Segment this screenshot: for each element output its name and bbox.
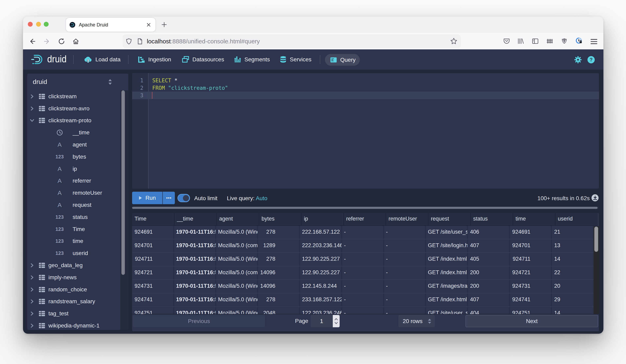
cell-status[interactable]: 405 [468,253,510,266]
settings-gear-icon[interactable] [574,56,582,64]
cell-remoteUser[interactable]: - [384,293,426,307]
table-row[interactable]: 9247011970-01-11T16:51:41.000ZMozilla/5.… [132,239,594,253]
cell-time[interactable]: 924741 [510,293,552,307]
tree-item-userid[interactable]: 123userid [27,247,128,259]
cell-remoteUser[interactable]: - [384,239,426,252]
column-header-__time[interactable]: __time [174,213,217,225]
tree-item-agent[interactable]: Aagent [27,139,128,151]
tree-item-imply-news[interactable]: imply-news [27,271,128,283]
column-header-bytes[interactable]: bytes [259,213,302,225]
tree-item-request[interactable]: Arequest [27,199,128,211]
column-header-status[interactable]: status [471,213,513,225]
column-header-remoteUser[interactable]: remoteUser [386,213,428,225]
cell-agent[interactable]: Mozilla/5.0 (compatible; MSIE 9.0; Windo… [216,239,258,252]
column-header-request[interactable]: request [428,213,471,225]
table-row[interactable]: 9247311970-01-11T16:52:11.000ZMozilla/5.… [132,280,594,293]
chevron-right-icon[interactable] [29,263,35,268]
cell-request[interactable]: GET /site/user_status.html HTTP/1.1 [426,307,468,314]
cell-__time[interactable]: 1970-01-11T16:51:31.000Z [174,226,216,239]
zoom-window-button[interactable] [44,22,49,27]
table-row[interactable]: 9247411970-01-11T16:52:21.000ZMozilla/5.… [132,293,594,307]
cell-Time[interactable]: 924751 [132,307,174,314]
column-header-Time[interactable]: Time [132,213,174,225]
cell-agent[interactable]: Mozilla/5.0 (Windows NT 6.1; WOW64; rv:3… [216,253,258,266]
cell-status[interactable]: 404 [468,307,510,314]
cell-referrer[interactable]: - [342,253,384,266]
tree-item-clickstream[interactable]: clickstream [27,90,128,103]
cell-remoteUser[interactable]: - [384,307,426,314]
tree-item-referrer[interactable]: Areferrer [27,175,128,187]
table-row[interactable]: 9247111970-01-11T16:51:51.000ZMozilla/5.… [132,253,594,266]
pocket-icon[interactable] [503,38,510,45]
tab-close-icon[interactable] [145,22,152,28]
browser-tab[interactable]: Apache Druid [66,18,156,32]
close-window-button[interactable] [28,22,33,27]
run-more-button[interactable] [163,192,175,204]
minimize-window-button[interactable] [36,22,41,27]
cell-request[interactable]: GET /index.html HTTP/1.1 [426,266,468,280]
tree-item-status[interactable]: 123status [27,211,128,223]
menu-hamburger-icon[interactable] [590,38,598,45]
cell-remoteUser[interactable]: - [384,253,426,266]
cell-bytes[interactable]: 2048 [258,307,300,314]
nav-segments[interactable]: Segments [234,49,270,70]
ublock-shield-icon[interactable] [561,38,568,45]
auto-limit-toggle[interactable] [177,194,190,202]
nav-load-data[interactable]: Load data [84,49,120,70]
tree-item-wikipedia-dynamic-1[interactable]: wikipedia-dynamic-1 [27,320,128,330]
chevron-right-icon[interactable] [29,287,35,292]
reload-icon[interactable] [58,38,65,45]
column-header-ip[interactable]: ip [302,213,344,225]
cell-request[interactable]: GET /index.html HTTP/1.1 [426,253,468,266]
chevron-right-icon[interactable] [29,311,35,316]
cell-Time[interactable]: 924711 [132,253,174,266]
chevron-right-icon[interactable] [29,106,35,111]
cell-bytes[interactable]: 278 [258,293,300,307]
cell-ip[interactable]: 122.90.225.227 [300,266,342,280]
chevron-right-icon[interactable] [29,299,35,304]
next-page-button[interactable]: Next [466,315,598,327]
column-header-agent[interactable]: agent [217,213,259,225]
page-stepper[interactable] [333,315,340,327]
sort-icon[interactable] [108,79,112,85]
run-button[interactable]: Run [132,192,162,204]
cell-__time[interactable]: 1970-01-11T16:51:41.000Z [174,239,216,252]
cell-Time[interactable]: 924741 [132,293,174,307]
cell-bytes[interactable]: 14096 [258,280,300,293]
cell-agent[interactable]: Mozilla/5.0 (Windows NT 6.1; WOW64; rv:3… [216,293,258,307]
chevron-down-icon[interactable] [29,118,35,123]
cell-ip[interactable]: 222.168.57.122 [300,226,342,239]
cell-agent[interactable]: Mozilla/5.0 (Windows NT 6.1; WOW64; rv:3… [216,280,258,293]
nav-datasources[interactable]: Datasources [182,49,224,70]
cell-userid[interactable]: 14 [552,253,594,266]
cell-status[interactable]: 407 [468,239,510,252]
cell-bytes[interactable]: 1289 [258,239,300,252]
cell-agent[interactable]: Mozilla/5.0 (compatible; MSIE 9.0; Windo… [216,266,258,280]
cell-time[interactable]: 924711 [510,253,552,266]
forward-icon[interactable] [43,38,51,45]
cell-ip[interactable]: 233.168.257.122 [300,293,342,307]
results-horizontal-scrollbar[interactable] [132,206,599,209]
cell-ip[interactable]: 122.203.236.246 [300,307,342,314]
url-text[interactable]: localhost:8888/unified-console.html#quer… [147,38,260,45]
shield-icon[interactable] [125,38,132,45]
cell-request[interactable]: GET /images/track.gif HTTP/1.1 [426,280,468,293]
back-icon[interactable] [29,38,36,45]
cell-remoteUser[interactable]: - [384,226,426,239]
cell-status[interactable]: 200 [468,266,510,280]
cell-agent[interactable]: Mozilla/5.0 (Windows NT 6.1; WOW64; rv:3… [216,307,258,314]
cell-userid[interactable]: 14 [552,307,594,314]
cell-referrer[interactable]: - [342,226,384,239]
cell-ip[interactable]: 122.145.8.244 [300,280,342,293]
cell-bytes[interactable]: 278 [258,226,300,239]
page-icon[interactable] [137,38,143,44]
column-header-referrer[interactable]: referrer [344,213,386,225]
download-results-icon[interactable] [591,194,599,201]
cell-Time[interactable]: 924701 [132,239,174,252]
page-number-input[interactable]: 1 [311,315,333,327]
table-row[interactable]: 9247511970-01-11T16:52:31.000ZMozilla/5.… [132,307,594,314]
cell-time[interactable]: 924721 [510,266,552,280]
tree-item-randstream_salary[interactable]: randstream_salary [27,296,128,308]
cell-status[interactable]: 407 [468,293,510,307]
chevron-right-icon[interactable] [29,275,35,280]
